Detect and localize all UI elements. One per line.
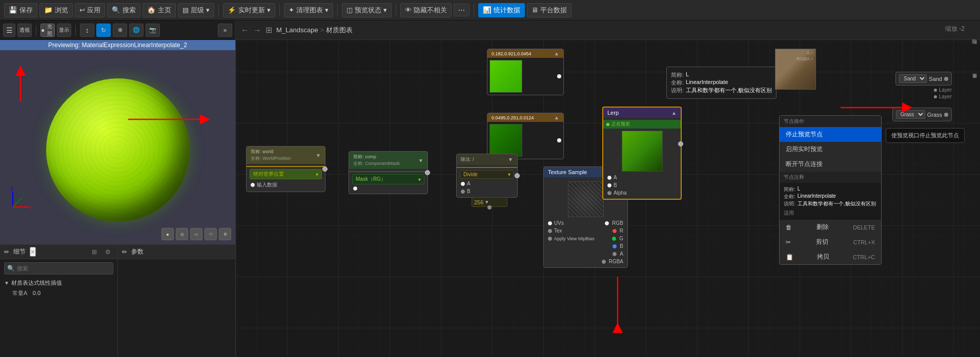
mask-collapse[interactable]: ▼ <box>418 158 423 163</box>
second-toolbar: ☰ 透视 ● 光照 显示 ↕ ↻ ⊕ 🌐 📷 » <box>0 20 236 40</box>
stats-icon: 📊 <box>483 6 492 14</box>
preview-dropdown-icon: ▾ <box>383 6 387 14</box>
perspective-button[interactable]: 透视 <box>17 24 32 37</box>
cylinder-icon-btn[interactable]: ⬭ <box>205 228 217 240</box>
divide-output-pin[interactable] <box>515 173 520 178</box>
sand-pin-left[interactable] <box>944 77 948 81</box>
fit-view-button[interactable]: ⊞ <box>266 25 272 35</box>
node-lerp[interactable]: Lerp ▲ 正在预览 A <box>602 107 682 200</box>
value2-collapse[interactable]: ▲ <box>554 115 559 120</box>
stats-button[interactable]: 📊 统计数据 <box>478 3 525 17</box>
torus-icon-btn[interactable]: ◎ <box>176 228 188 240</box>
texsample-g-pin[interactable] <box>612 237 616 241</box>
search-icon-sm: 🔍 <box>7 265 15 272</box>
divide-a-pin[interactable] <box>461 182 465 186</box>
ctx-stop-preview[interactable]: 停止预览节点 <box>780 127 881 142</box>
sand-select[interactable]: Sand <box>899 74 927 83</box>
move-button[interactable]: ↕ <box>80 24 94 37</box>
more-button[interactable]: ⋯ <box>454 4 469 16</box>
nav-forward-button[interactable]: → <box>253 26 261 35</box>
ctx-disconnect-node[interactable]: 断开节点连接 <box>780 157 881 172</box>
texsample-a-pin[interactable] <box>612 252 617 256</box>
grass-pin-left[interactable] <box>944 113 948 117</box>
value-node-1[interactable]: 0.182,0.921,0.0454 ▲ <box>487 49 564 95</box>
detail-gear-icon[interactable]: ⚙ <box>102 246 113 258</box>
lerp-collapse[interactable]: ▲ <box>671 110 677 116</box>
search-button[interactable]: 🔍 搜索 <box>107 3 140 17</box>
world-btn[interactable]: 🌐 <box>129 24 144 37</box>
tree-item-lerp[interactable]: ▼ 材质表达式线性插值 <box>0 278 117 288</box>
scale-button[interactable]: ⊕ <box>113 24 127 37</box>
mask-dropdown[interactable]: Mask（RG） ▾ <box>352 174 424 184</box>
blend-node-grass[interactable]: Grass Grass <box>892 108 952 121</box>
value1-collapse[interactable]: ▲ <box>554 51 559 56</box>
ctx-apply-label: 适用 <box>784 209 877 217</box>
divide-b-pin[interactable] <box>461 190 465 194</box>
edit-icon: ✏ <box>4 248 9 256</box>
platform-button[interactable]: 🖥 平台数据 <box>527 3 571 17</box>
node-worldpos[interactable]: 简称: world 全称: WorldPosition ▼ 绝对世界位置 ▾ 输… <box>246 146 325 192</box>
sphere-icon-btn[interactable]: ● <box>161 228 174 240</box>
value256-pin[interactable] <box>487 205 492 209</box>
clean-button[interactable]: ✦ 清理图表 ▾ <box>284 3 333 17</box>
settings-icon-btn[interactable]: ⚙ <box>219 228 231 240</box>
texsample-rgba-pin[interactable] <box>602 260 606 264</box>
lerp-a-pin[interactable] <box>607 176 611 180</box>
menu-button[interactable]: ☰ <box>3 24 15 37</box>
texsample-b-pin[interactable] <box>612 244 617 248</box>
browse-button[interactable]: 📁 浏览 <box>39 3 73 17</box>
texsample-tex-pin[interactable] <box>548 229 552 233</box>
hide-button[interactable]: 👁 隐藏不相关 <box>400 3 452 17</box>
lighting-button[interactable]: ● 光照 <box>40 24 55 37</box>
grass-select[interactable]: Grass <box>896 110 925 119</box>
node-mask[interactable]: 简称: comp 全称: ComponentMask ▼ Mask（RG） ▾ <box>349 151 428 194</box>
divide-collapse[interactable]: ▼ <box>508 157 513 162</box>
ctx-copy[interactable]: 📋 拷贝 CTRL+C <box>780 249 881 264</box>
value-node-2[interactable]: 0.0495,0.251,0.0124 ▲ <box>487 113 564 159</box>
realtime-button[interactable]: ⚡ 实时更新 ▾ <box>223 3 275 17</box>
apply-button[interactable]: ↩ 应用 <box>75 3 105 17</box>
home-button[interactable]: 🏠 主页 <box>142 3 176 17</box>
lerp-output-pin[interactable] <box>678 141 683 146</box>
detail-grid-icon[interactable]: ⊞ <box>89 246 100 258</box>
lerp-a-row: A <box>603 174 681 181</box>
ctx-node-note: 简称: L 全称: LinearInterpolate 说明: 工具和数学都有一… <box>780 183 881 220</box>
detail-close-button[interactable]: × <box>30 247 36 257</box>
rotate-button[interactable]: ↻ <box>96 24 111 37</box>
worldpos-output-pin[interactable] <box>322 166 328 172</box>
top-toolbar: 💾 保存 📁 浏览 ↩ 应用 🔍 搜索 🏠 主页 ▤ 层级 ▾ ⚡ 实时更新 ▾ <box>0 0 980 20</box>
show-button[interactable]: 显示 <box>57 24 71 37</box>
texsample-r-pin[interactable] <box>612 229 617 233</box>
layers-button[interactable]: ▤ 层级 ▾ <box>178 3 214 17</box>
mask-divider <box>349 171 427 172</box>
worldpos-collapse[interactable]: ▼ <box>316 153 321 158</box>
graph-area[interactable]: ← → ⊞ M_Landscape > 材质图表 缩放 -2 <box>236 20 980 357</box>
camera-btn[interactable]: 📷 <box>146 24 160 37</box>
nav-back-button[interactable]: ← <box>241 26 249 35</box>
node-divide[interactable]: 除法: / ▼ Divide ▾ A B <box>456 154 518 198</box>
plane-icon-btn[interactable]: ▭ <box>190 228 202 240</box>
lerp-b-pin[interactable] <box>607 183 611 187</box>
divide-dropdown[interactable]: Divide ▾ <box>460 170 514 179</box>
blend-node-sand[interactable]: Sand Sand <box>895 72 952 86</box>
save-button[interactable]: 💾 保存 <box>4 3 37 17</box>
mask-input-pin[interactable] <box>353 186 357 191</box>
lerp-alpha-pin[interactable] <box>607 191 611 195</box>
ctx-cut[interactable]: ✂ 剪切 CTRL+X <box>780 235 881 249</box>
delete-icon: 🗑 <box>786 224 792 231</box>
mask-output-pin[interactable] <box>425 170 430 175</box>
node-divide-body: Divide ▾ A B <box>457 165 517 197</box>
expand-btn[interactable]: » <box>218 24 232 37</box>
ctx-delete[interactable]: 🗑 删除 DELETE <box>780 220 881 235</box>
worldpos-subtitle1: 简称: world <box>251 149 291 155</box>
texsample-mip-pin[interactable] <box>548 237 552 241</box>
texsample-uvs-pin[interactable] <box>548 221 552 225</box>
worldpos-input-pin[interactable] <box>251 183 255 187</box>
worldpos-dropdown[interactable]: 绝对世界位置 ▾ <box>250 169 322 179</box>
detail-search-input[interactable] <box>4 262 113 275</box>
ctx-enable-realtime[interactable]: 启用实时预览 <box>780 142 881 157</box>
platform-icon: 🖥 <box>532 6 538 14</box>
texsample-preview <box>568 181 604 217</box>
preview-state-button[interactable]: ◫ 预览状态 ▾ <box>342 3 392 17</box>
texsample-rgb-pin[interactable] <box>605 221 609 225</box>
